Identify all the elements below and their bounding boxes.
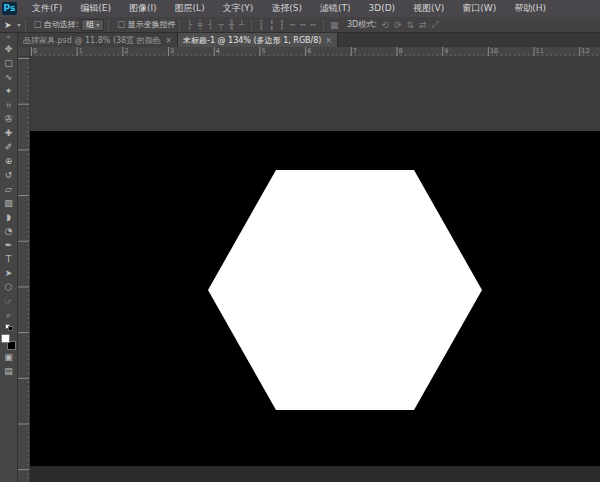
close-icon[interactable]: ×: [165, 36, 172, 45]
brush-tool-button[interactable]: ✐: [1, 140, 17, 154]
default-colors-icon[interactable]: [5, 324, 13, 331]
auto-select-dropdown[interactable]: 组 ▾: [81, 19, 104, 31]
3d-scale-icon[interactable]: ⤢: [429, 19, 441, 30]
menu-help[interactable]: 帮助(H): [505, 0, 555, 17]
menu-layer[interactable]: 图层(L): [166, 0, 214, 17]
separator: [25, 19, 26, 31]
healing-brush-tool-button[interactable]: ✚: [1, 126, 17, 140]
separator: [251, 19, 252, 31]
photoshop-logo-icon: Ps: [2, 2, 17, 15]
distribute-v-centers-icon[interactable]: ╏: [266, 20, 276, 30]
clone-stamp-tool-button[interactable]: ⊕: [1, 154, 17, 168]
quick-selection-tool-button[interactable]: ✦: [1, 84, 17, 98]
default-background-swatch: [8, 326, 13, 331]
marquee-tool-button[interactable]: ▢: [1, 56, 17, 70]
menu-edit[interactable]: 编辑(E): [71, 0, 120, 17]
canvas-area[interactable]: [30, 57, 600, 482]
distribute-bottom-icon[interactable]: ┇: [277, 20, 287, 30]
screen-mode-button[interactable]: ▤: [1, 364, 17, 378]
separator: [108, 19, 109, 31]
distribute-h-centers-icon[interactable]: ╍: [298, 20, 308, 30]
menu-filter[interactable]: 滤镜(T): [311, 0, 360, 17]
options-bar: ➤ ▾ ☐ 自动选择: 组 ▾ ☐ 显示变换控件 ├ ╪ ┤ ┬ ╫ ┴ ┋ ╏…: [0, 17, 600, 33]
document-tab-2-title: 未标题-1 @ 134% (多边形 1, RGB/8)*: [183, 35, 321, 46]
align-left-edges-icon[interactable]: ├: [184, 20, 194, 30]
history-brush-tool-button[interactable]: ↺: [1, 168, 17, 182]
distribute-right-icon[interactable]: ┅: [308, 20, 318, 30]
3d-slide-icon[interactable]: ⇄: [417, 20, 430, 30]
document-tab-2[interactable]: 未标题-1 @ 134% (多边形 1, RGB/8)* ×: [178, 33, 338, 47]
dodge-tool-button[interactable]: ◔: [1, 224, 17, 238]
foreground-color-swatch[interactable]: [1, 334, 10, 343]
eraser-tool-button[interactable]: ▱: [1, 182, 17, 196]
auto-align-layers-icon[interactable]: ▦: [328, 20, 342, 30]
collapse-panel-icon[interactable]: «: [6, 33, 10, 42]
align-bottom-edges-icon[interactable]: ┴: [237, 20, 247, 30]
pen-tool-button[interactable]: ✒: [1, 238, 17, 252]
horizontal-ruler[interactable]: 01 23 45 67 89 1011 12: [30, 47, 600, 57]
3d-drag-icon[interactable]: ⇅: [404, 20, 417, 30]
document-tab-1[interactable]: 品牌家具.psd @ 11.8% (38置 的颜色值/8, RGB/8#) * …: [18, 33, 178, 47]
show-transform-label: 显示变换控件: [127, 19, 175, 30]
horizontal-scrollbar[interactable]: [30, 466, 600, 482]
separator: [323, 19, 324, 31]
document-tab-bar: 品牌家具.psd @ 11.8% (38置 的颜色值/8, RGB/8#) * …: [18, 33, 600, 47]
color-swatches: [1, 334, 16, 350]
shape-layer[interactable]: [30, 57, 600, 482]
menu-file[interactable]: 文件(F): [23, 0, 71, 17]
align-h-centers-icon[interactable]: ╪: [195, 20, 205, 30]
zoom-tool-button[interactable]: ⌕: [1, 308, 17, 322]
lasso-tool-button[interactable]: ∿: [1, 70, 17, 84]
document-tab-1-title: 品牌家具.psd @ 11.8% (38置 的颜色值/8, RGB/8#) *: [23, 35, 161, 46]
menu-bar: Ps 文件(F) 编辑(E) 图像(I) 图层(L) 文字(Y) 选择(S) 滤…: [0, 0, 600, 17]
menu-3d[interactable]: 3D(D): [359, 0, 404, 17]
align-right-edges-icon[interactable]: ┤: [205, 20, 215, 30]
menu-view[interactable]: 视图(V): [404, 0, 453, 17]
tool-preset-caret-icon[interactable]: ▾: [18, 21, 21, 28]
align-v-centers-icon[interactable]: ╫: [226, 20, 236, 30]
align-top-edges-icon[interactable]: ┬: [216, 20, 226, 30]
move-tool-icon: ➤: [0, 20, 16, 30]
distribute-left-icon[interactable]: ┉: [287, 20, 297, 30]
auto-select-checkbox[interactable]: ☐: [34, 20, 42, 30]
menu-window[interactable]: 窗口(W): [453, 0, 505, 17]
ruler-corner: [18, 47, 30, 57]
hexagon-shape[interactable]: [208, 170, 482, 410]
horizontal-ruler-numbers: 01 23 45 67 89 1011 12: [30, 47, 600, 56]
auto-select-dropdown-value: 组: [86, 20, 94, 30]
3d-mode-label: 3D模式:: [347, 19, 377, 30]
quick-mask-button[interactable]: ▣: [1, 350, 17, 364]
close-icon[interactable]: ×: [325, 36, 332, 45]
crop-tool-button[interactable]: ⌗: [1, 98, 17, 112]
chevron-down-icon: ▾: [96, 20, 99, 30]
gradient-tool-button[interactable]: ▨: [1, 196, 17, 210]
tools-panel: « ✥ ▢ ∿ ✦ ⌗ ✇ ✚ ✐ ⊕ ↺ ▱ ▨ ◗ ◔ ✒ T ➤ ⬡ ☞ …: [0, 33, 18, 482]
shape-tool-button[interactable]: ⬡: [1, 280, 17, 294]
type-tool-button[interactable]: T: [1, 252, 17, 266]
auto-select-label: 自动选择:: [44, 19, 79, 30]
eyedropper-tool-button[interactable]: ✇: [1, 112, 17, 126]
menu-type[interactable]: 文字(Y): [214, 0, 263, 17]
separator: [179, 19, 180, 31]
vertical-ruler[interactable]: [18, 57, 30, 482]
3d-roll-icon[interactable]: ⟳: [392, 20, 405, 30]
distribute-top-icon[interactable]: ┋: [256, 20, 266, 30]
3d-rotate-icon[interactable]: ⟲: [379, 20, 392, 30]
path-selection-tool-button[interactable]: ➤: [1, 266, 17, 280]
show-transform-checkbox[interactable]: ☐: [117, 20, 125, 30]
menu-select[interactable]: 选择(S): [262, 0, 311, 17]
menu-image[interactable]: 图像(I): [120, 0, 166, 17]
blur-tool-button[interactable]: ◗: [1, 210, 17, 224]
move-tool-button[interactable]: ✥: [1, 42, 17, 56]
hand-tool-button[interactable]: ☞: [1, 294, 17, 308]
